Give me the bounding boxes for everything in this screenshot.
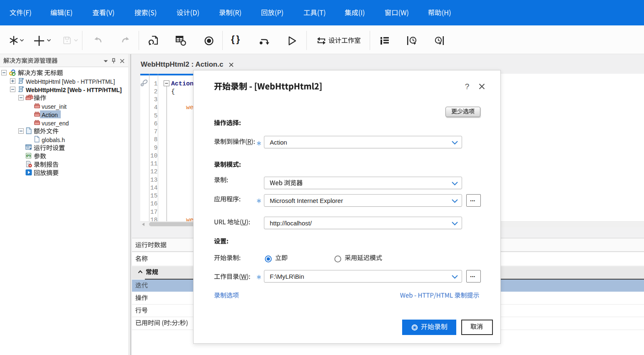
svg-text:P: P [27,154,30,157]
svg-text:?: ? [465,82,470,90]
